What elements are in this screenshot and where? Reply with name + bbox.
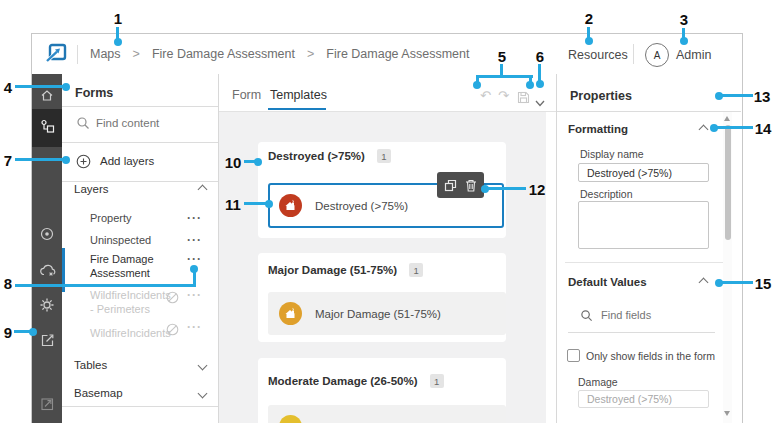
callout-number: 7 xyxy=(4,152,12,169)
damage-field-value[interactable] xyxy=(578,390,709,408)
formatting-section-label: Formatting xyxy=(568,123,628,135)
callout-dot xyxy=(481,185,489,193)
callout-number: 3 xyxy=(680,11,688,28)
sidebar-item-geofences[interactable] xyxy=(32,221,62,251)
plus-circle-icon xyxy=(76,154,91,169)
overflow-menu-icon[interactable]: ··· xyxy=(187,292,202,298)
callout-number: 13 xyxy=(754,88,771,105)
template-item-moderate[interactable]: Moderate Damage (26-50%) xyxy=(268,405,506,423)
description-textarea[interactable] xyxy=(578,201,709,249)
callout-line xyxy=(15,85,63,88)
callout-dot xyxy=(29,328,37,336)
default-values-section-header[interactable]: Default Values xyxy=(568,275,707,289)
save-button[interactable] xyxy=(517,90,530,108)
not-allowed-icon xyxy=(166,290,179,308)
find-fields-input[interactable] xyxy=(599,308,703,322)
add-layers-label: Add layers xyxy=(100,155,154,167)
damage-field-label: Damage xyxy=(578,376,618,388)
breadcrumb-separator-icon: > xyxy=(307,47,314,61)
undo-button[interactable]: ↶ xyxy=(480,88,491,103)
default-values-section-label: Default Values xyxy=(568,276,647,288)
forms-panel-title: Forms xyxy=(75,86,113,100)
properties-scrollbar[interactable] xyxy=(723,112,732,423)
add-layers-button[interactable]: Add layers xyxy=(76,152,154,170)
username[interactable]: Admin xyxy=(676,48,711,62)
overflow-menu-icon[interactable]: ··· xyxy=(187,256,202,262)
callout-dot xyxy=(190,265,198,273)
display-name-input[interactable] xyxy=(578,163,709,182)
callout-dot xyxy=(473,81,481,89)
template-action-bar xyxy=(437,172,484,198)
template-item-major[interactable]: Major Damage (51-75%) xyxy=(268,292,506,335)
templates-content: Destroyed (>75%) 1 Destroyed (>75%) xyxy=(219,112,546,423)
callout-dot xyxy=(62,83,70,91)
callout-line xyxy=(476,75,533,78)
only-show-fields-label: Only show fields in the form xyxy=(586,350,715,362)
callout-line xyxy=(487,187,526,190)
gear-icon xyxy=(39,297,55,317)
layer-name: WildfireIncidents xyxy=(90,327,171,339)
sidebar-item-forms[interactable] xyxy=(32,109,62,147)
sidebar-item-offline[interactable] xyxy=(32,257,62,287)
layer-name: WildfireIncidents - Perimeters xyxy=(90,289,168,316)
callout-line xyxy=(15,158,63,161)
delete-button[interactable] xyxy=(465,179,477,192)
callout-line xyxy=(500,64,503,75)
template-item-label: Major Damage (51-75%) xyxy=(315,308,441,320)
search-icon xyxy=(76,116,90,134)
scroll-up-arrow[interactable] xyxy=(724,116,730,121)
overflow-menu-icon[interactable]: ··· xyxy=(187,237,202,243)
layer-row-fire-damage-assessment[interactable]: Fire Damage Assessment ··· xyxy=(90,253,202,280)
layer-row-property[interactable]: Property ··· xyxy=(90,212,202,224)
layers-section-header[interactable]: Layers xyxy=(74,182,206,196)
save-menu-chevron-button[interactable] xyxy=(535,93,545,111)
callout-dot xyxy=(715,92,723,100)
tab-form[interactable]: Form xyxy=(232,88,261,102)
tables-section-header[interactable]: Tables xyxy=(74,358,206,372)
search-icon xyxy=(580,308,593,326)
sidebar-item-settings[interactable] xyxy=(32,292,62,322)
callout-number: 4 xyxy=(4,79,12,96)
description-label: Description xyxy=(580,188,633,200)
tab-templates[interactable]: Templates xyxy=(270,88,327,102)
layer-row-uninspected[interactable]: Uninspected ··· xyxy=(90,234,202,246)
layer-name: Uninspected xyxy=(90,234,151,246)
template-item-label: Destroyed (>75%) xyxy=(315,200,408,212)
callout-number: 8 xyxy=(4,275,12,292)
home-icon xyxy=(39,87,55,107)
overflow-menu-icon[interactable]: ··· xyxy=(187,215,202,221)
screenshot-canvas: Maps > Fire Damage Assessment > Fire Dam… xyxy=(0,0,773,423)
breadcrumb-maps[interactable]: Maps xyxy=(90,47,121,61)
display-name-label: Display name xyxy=(580,148,644,160)
scrollbar-thumb[interactable] xyxy=(725,125,731,240)
destroyed-symbol-icon xyxy=(279,194,302,217)
template-count-badge: 1 xyxy=(409,263,423,277)
layer-row-wildfire-perimeters[interactable]: WildfireIncidents - Perimeters ··· xyxy=(90,289,202,316)
layer-row-wildfire-incidents[interactable]: WildfireIncidents ··· xyxy=(90,323,202,341)
properties-panel-title: Properties xyxy=(570,89,632,103)
overflow-menu-icon[interactable]: ··· xyxy=(187,324,202,330)
arcgis-logo[interactable] xyxy=(46,43,67,63)
active-tab-underline xyxy=(268,108,326,110)
callout-line xyxy=(717,126,753,129)
sidebar-item-launch[interactable] xyxy=(32,391,62,421)
formatting-section-header[interactable]: Formatting xyxy=(568,122,707,136)
avatar[interactable]: A xyxy=(645,43,669,67)
only-show-fields-checkbox[interactable] xyxy=(567,349,580,362)
resources-link[interactable]: Resources xyxy=(568,48,628,62)
layer-name: Property xyxy=(90,212,132,224)
duplicate-button[interactable] xyxy=(444,179,457,192)
find-content-input[interactable] xyxy=(94,116,208,130)
template-count-badge: 1 xyxy=(430,374,444,388)
breadcrumb-map-name[interactable]: Fire Damage Assessment xyxy=(152,47,295,61)
callout-number: 9 xyxy=(4,324,12,341)
major-damage-symbol-icon xyxy=(279,302,302,325)
breadcrumb-separator-icon: > xyxy=(133,47,140,61)
basemap-section-header[interactable]: Basemap xyxy=(74,386,206,400)
scroll-down-arrow[interactable] xyxy=(724,411,730,416)
callout-number: 5 xyxy=(498,48,506,65)
redo-button[interactable]: ↷ xyxy=(498,88,509,103)
basemap-section-label: Basemap xyxy=(74,387,123,399)
layers-section-label: Layers xyxy=(74,183,109,195)
template-group-title: Destroyed (>75%) xyxy=(268,150,365,162)
